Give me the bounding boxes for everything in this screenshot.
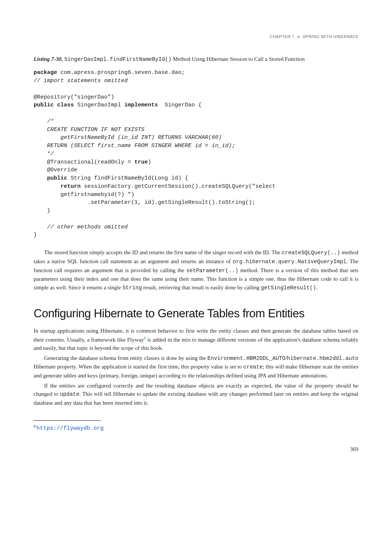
listing-caption-tail: Method Using Hibernate Session to Call a… — [171, 56, 305, 62]
code-text: sessionFactory.getCurrentSession().creat… — [81, 183, 279, 190]
inline-code: getSingleResult() — [261, 285, 316, 291]
code-text: SingerDaoImpl — [74, 102, 124, 108]
code-listing: package com.apress.prospring6.seven.base… — [34, 69, 358, 239]
section-heading: Configuring Hibernate to Generate Tables… — [34, 305, 358, 323]
text: result, retrieving that result is easily… — [142, 284, 261, 290]
body-paragraph-3: Generating the database schema from enti… — [34, 354, 358, 380]
footnote-number: 6 — [34, 424, 36, 428]
inline-code: String — [122, 285, 142, 291]
separator-icon: ■ — [297, 34, 300, 39]
running-header: CHAPTER 7 ■ SPRING WITH HIBERNATE — [34, 34, 358, 40]
code-text: .setParameter(1, id).getSingleResult().t… — [34, 199, 255, 206]
listing-label: Listing 7-30. — [34, 56, 63, 62]
footnote-link[interactable]: https://flywaydb.org — [37, 425, 104, 432]
code-comment: */ — [34, 151, 54, 157]
page-number: 369 — [34, 445, 358, 454]
inline-code: create — [243, 364, 263, 370]
text: Hibernate property. When the application… — [34, 364, 243, 370]
code-text: @Repository("singerDao") — [34, 94, 114, 100]
inline-code: Environment.HBM2DDL_AUTO — [208, 355, 286, 361]
code-text: ) — [148, 159, 151, 165]
code-comment: // import statements omitted — [34, 78, 128, 84]
code-text: @Transactional(readOnly = — [34, 159, 134, 165]
footnote: 6https://flywaydb.org — [34, 423, 358, 433]
code-text: } — [34, 208, 50, 214]
code-text: String findFirstNameById(Long id) { — [67, 175, 188, 181]
inline-code: hibernate.hbm2ddl.auto — [287, 355, 358, 361]
code-comment: getFirstNameById (in_id INT) RETURNS VAR… — [34, 134, 222, 141]
text: The stored function simply accepts the I… — [44, 249, 282, 255]
inline-code: setParameter(..) — [186, 268, 238, 274]
code-text: com.apress.prospring6.seven.base.dao; — [57, 69, 185, 76]
body-paragraph-1: The stored function simply accepts the I… — [34, 248, 358, 292]
inline-code: createSQLQuery(..) — [282, 250, 340, 256]
body-paragraph-4: If the entities are configured correctly… — [34, 382, 358, 407]
code-kw: true — [134, 159, 148, 165]
code-kw: public — [47, 175, 67, 181]
listing-method: SingerDaoImpl.findFirstNameById() — [64, 56, 171, 62]
text: Generating the database schema from enti… — [44, 355, 208, 361]
body-paragraph-2: In startup applications using Hibernate,… — [34, 327, 358, 352]
chapter-title: SPRING WITH HIBERNATE — [303, 34, 358, 39]
inline-code: update — [60, 391, 79, 397]
text: . This will tell Hibernate to update the… — [34, 391, 358, 406]
code-text: getfirstnamebyid(?) ") — [34, 192, 134, 198]
code-comment: // other methods omitted — [34, 224, 128, 230]
code-comment: /* — [34, 118, 54, 125]
code-text: @Override — [34, 167, 77, 173]
code-kw: implements — [124, 102, 158, 108]
code-text: } — [34, 232, 37, 238]
code-comment: CREATE FUNCTION IF NOT EXISTS — [34, 127, 144, 133]
inline-code: org.hibernate.query.NativeQueryImpl — [233, 259, 346, 265]
code-kw: return — [60, 183, 81, 190]
footnote-rule — [34, 420, 101, 421]
code-text: SingerDao { — [158, 102, 202, 108]
code-comment: RETURN (SELECT first_name FROM SINGER WH… — [34, 143, 235, 149]
text: . — [316, 284, 318, 290]
code-text — [34, 175, 47, 181]
code-kw: package — [34, 69, 57, 76]
code-kw: public class — [34, 102, 74, 108]
listing-caption: Listing 7-30. SingerDaoImpl.findFirstNam… — [34, 55, 358, 64]
chapter-number: CHAPTER 7 — [270, 34, 294, 39]
code-text — [34, 183, 60, 190]
